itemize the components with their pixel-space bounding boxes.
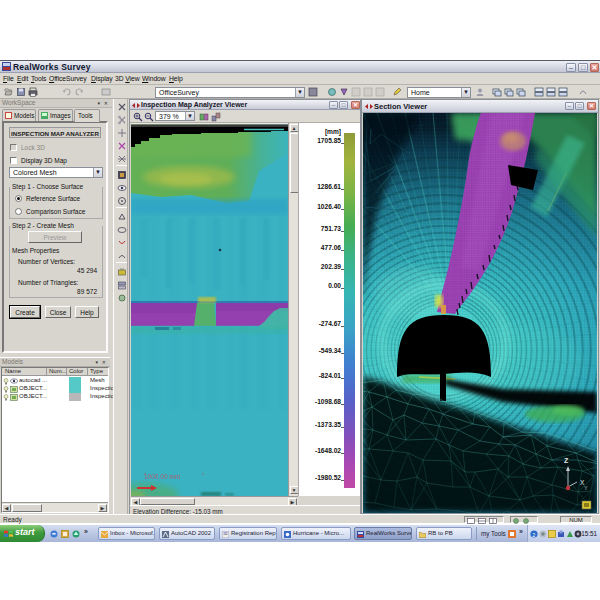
svg-text:[mm]: [mm] [325,128,341,136]
svg-text:-1373.35: -1373.35 [315,421,341,428]
svg-text:-824.01: -824.01 [319,372,342,379]
svg-text:-274.67: -274.67 [319,320,342,327]
svg-text:2: 2 [532,532,535,538]
svg-text:-1980.52: -1980.52 [315,474,341,481]
svg-text:1705.85: 1705.85 [317,137,341,144]
svg-text:Z: Z [564,457,569,464]
svg-text:751.73: 751.73 [321,225,342,232]
svg-text:-1648.02: -1648.02 [315,447,341,454]
svg-text:202.39: 202.39 [321,263,342,270]
svg-text:-1098.68: -1098.68 [315,398,341,405]
svg-text:1026.40: 1026.40 [317,203,341,210]
svg-text:Y: Y [584,485,588,491]
svg-text:1286.61: 1286.61 [317,183,341,190]
svg-text:1000.00 mm: 1000.00 mm [144,473,180,480]
svg-text:477.06: 477.06 [321,244,342,251]
svg-text:0.00: 0.00 [328,282,341,289]
svg-text:-549.34: -549.34 [319,347,342,354]
